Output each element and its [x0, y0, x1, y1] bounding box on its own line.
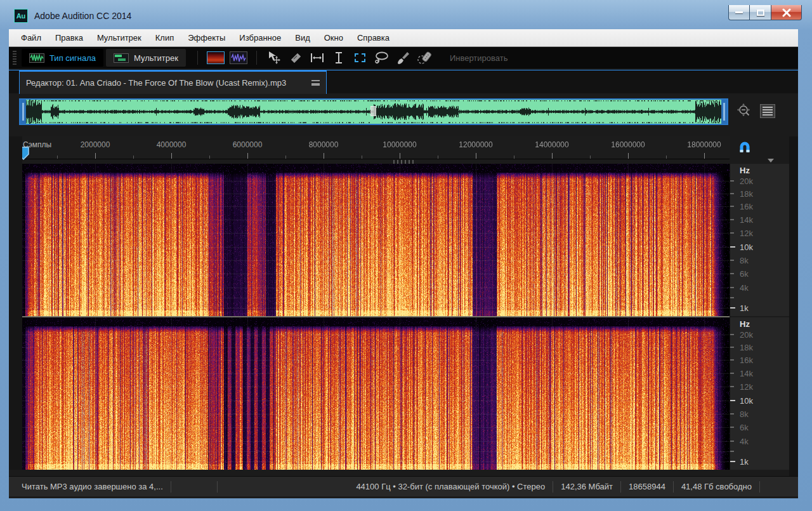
menu-item-view[interactable]: Вид: [288, 29, 317, 47]
freq-tick: [730, 461, 735, 462]
freq-tick: [730, 260, 734, 261]
freq-label-12k: 12k: [740, 382, 753, 392]
freq-tick: [730, 441, 734, 442]
freq-tick: [730, 413, 734, 415]
ruler-tick-label: 2000000: [81, 140, 110, 149]
razor-tool[interactable]: [287, 50, 304, 66]
waveform-display-toggle[interactable]: [230, 51, 247, 64]
zoom-navigator[interactable]: [19, 98, 728, 125]
spectral-display-toggle[interactable]: [207, 51, 225, 64]
ruler-minor-tick: [133, 156, 134, 159]
freq-label-4k: 4k: [740, 283, 749, 293]
ruler-major-tick: [704, 153, 705, 159]
menu-item-help[interactable]: Справка: [350, 29, 396, 47]
ruler-major-tick: [628, 153, 629, 159]
status-sample-count: 18658944: [629, 482, 665, 491]
workspace: Тип сигнала Мультитрек: [9, 47, 798, 498]
frequency-scale-left[interactable]: Hz 20k18k16k14k12k10k8k6k4k1k: [730, 164, 789, 316]
freq-label-16k: 16k: [740, 355, 753, 365]
freq-label-6k: 6k: [740, 423, 749, 432]
freq-unit-label: Hz: [740, 319, 750, 329]
freq-label-14k: 14k: [740, 215, 753, 225]
frequency-scale-right[interactable]: Hz 20k18k16k14k12k10k8k6k4k1k: [730, 317, 789, 470]
minimize-button[interactable]: [728, 5, 750, 20]
waveform-view-label: Тип сигнала: [49, 53, 96, 63]
freq-tick: [730, 232, 734, 234]
snap-toggle[interactable]: [737, 140, 752, 157]
list-icon: [763, 107, 773, 116]
editor-tab[interactable]: Редактор: 01. Ana Criado - The Force Of …: [19, 70, 327, 94]
ruler-major-tick: [400, 153, 400, 159]
spot-healing-brush-tool[interactable]: [417, 50, 433, 66]
panel-tab-bar: Редактор: 01. Ana Criado - The Force Of …: [9, 70, 798, 93]
menu-item-effects[interactable]: Эффекты: [181, 29, 232, 47]
menu-bar: ФайлПравкаМультитрекКлипЭффектыИзбранное…: [9, 29, 798, 47]
invert-button[interactable]: Инвертировать: [450, 53, 508, 63]
freq-tick: [730, 427, 734, 428]
freq-label-16k: 16k: [740, 202, 753, 211]
ruler-tick-label: 10000000: [383, 140, 416, 149]
maximize-button[interactable]: [750, 5, 771, 20]
toolbar: Тип сигнала Мультитрек: [9, 47, 798, 69]
freq-tick: [730, 193, 734, 194]
freq-tick: [730, 206, 734, 207]
lasso-icon: [374, 51, 390, 65]
ruler-major-tick: [95, 153, 96, 159]
freq-tick: [730, 400, 735, 401]
freq-tick: [730, 307, 735, 309]
close-button[interactable]: [771, 5, 802, 20]
multitrack-view-button[interactable]: Мультитрек: [106, 49, 186, 67]
paintbrush-tool[interactable]: [395, 50, 412, 66]
left-panel-gutter: [9, 136, 22, 470]
title-bar[interactable]: Au Adobe Audition CC 2014: [0, 0, 812, 29]
ruler-minor-tick: [57, 156, 58, 159]
panel-menu-icon[interactable]: [311, 80, 320, 86]
freq-label-8k: 8k: [740, 409, 749, 419]
timeline-ruler[interactable]: Сэмплы 200000040000006000000800000010000…: [9, 136, 730, 159]
ruler-minor-tick: [209, 156, 210, 159]
ibeam-tool[interactable]: [331, 50, 347, 66]
marquee-selection-tool[interactable]: [352, 50, 369, 66]
menu-item-window[interactable]: Окно: [317, 29, 350, 47]
freq-label-18k: 18k: [740, 189, 753, 199]
freq-tick: [730, 373, 734, 374]
time-selection-tool[interactable]: [309, 50, 325, 66]
freq-tick: [730, 180, 734, 182]
scale-dropdown-arrow[interactable]: [768, 159, 774, 163]
lasso-tool[interactable]: [374, 50, 390, 66]
ruler-tick-label: 8000000: [309, 140, 339, 149]
menu-item-favorites[interactable]: Избранное: [232, 29, 288, 47]
move-tool[interactable]: [266, 50, 282, 66]
freq-label-14k: 14k: [740, 369, 753, 378]
menu-item-file[interactable]: Файл: [14, 29, 48, 47]
navigator-right-handle[interactable]: [721, 100, 727, 124]
spectrogram-channel-left[interactable]: [22, 164, 730, 316]
ruler-tick-label: 18000000: [687, 140, 721, 149]
window-title: Adobe Audition CC 2014: [34, 9, 131, 23]
waveform-view-button[interactable]: Тип сигнала: [22, 49, 103, 67]
overview-marker[interactable]: [370, 106, 376, 116]
editor-tab-label: Редактор: 01. Ana Criado - The Force Of …: [26, 78, 311, 88]
menu-item-edit[interactable]: Правка: [48, 29, 90, 47]
spectrogram-channel-right[interactable]: [22, 317, 730, 470]
app-logo: Au: [14, 9, 28, 23]
ruler-tick-label: 6000000: [233, 140, 263, 149]
menu-item-multitrack[interactable]: Мультитрек: [90, 29, 148, 47]
toolbar-grip[interactable]: [13, 51, 16, 65]
zoom-out-icon: [736, 103, 752, 121]
application-window: Au Adobe Audition CC 2014 ФайлПравкаМуль…: [0, 0, 812, 511]
freq-label-20k: 20k: [740, 330, 753, 340]
ruler-tick-label: 4000000: [157, 140, 187, 149]
zoom-navigator-control[interactable]: [736, 103, 752, 123]
freq-label-4k: 4k: [740, 437, 749, 446]
ruler-major-tick: [171, 153, 172, 159]
freq-tick: [730, 287, 734, 288]
ruler-tick-label: 16000000: [611, 140, 645, 149]
menu-item-clip[interactable]: Клип: [148, 29, 181, 47]
navigator-left-handle[interactable]: [20, 100, 26, 124]
freq-tick: [730, 386, 734, 387]
panel-list-button[interactable]: [760, 104, 775, 118]
maximize-icon: [757, 10, 764, 16]
freq-unit-label: Hz: [740, 166, 750, 175]
ruler-minor-tick: [666, 156, 667, 159]
